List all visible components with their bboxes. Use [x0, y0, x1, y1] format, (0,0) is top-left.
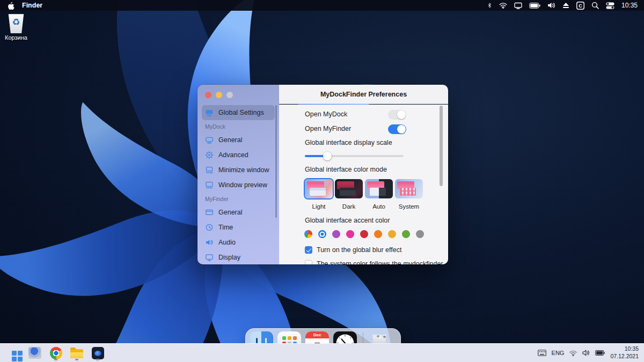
sidebar-item-mydock-general[interactable]: General [202, 132, 275, 147]
section-label: MyDock [205, 123, 225, 130]
thumb-window [310, 188, 326, 196]
minimize-button[interactable] [216, 92, 222, 98]
window-sidebar: Global Settings MyDock General Advanced … [197, 85, 279, 264]
sidebar-item-mydock-advanced[interactable]: Advanced [202, 147, 275, 162]
start-button[interactable] [6, 345, 21, 361]
slider-knob[interactable] [323, 152, 332, 160]
tray-volume-icon[interactable] [582, 350, 590, 356]
sidebar-item-myfinder-general[interactable]: General [202, 205, 275, 220]
accent-purple[interactable] [332, 230, 340, 238]
sidebar-item-time[interactable]: Time [202, 220, 275, 235]
recycle-symbol: ♻ [7, 17, 25, 28]
toggle-knob [397, 125, 406, 134]
taskbar-app-3d-icon[interactable] [27, 345, 42, 361]
windows-logo-icon [12, 351, 17, 356]
desktop-trash-icon[interactable]: ♻ Корзина [3, 13, 29, 41]
tray-wifi-icon[interactable] [569, 350, 577, 356]
taskbar-chrome-icon[interactable] [48, 345, 63, 361]
taskbar-clock[interactable]: 10:35 07.12.2021 [610, 345, 639, 360]
sidebar-item-global-settings[interactable]: Global Settings [202, 105, 275, 120]
window-titlebar[interactable]: MyDockFinder Preferences [279, 85, 448, 104]
light-label: Light [305, 203, 333, 210]
folder-icon [70, 349, 83, 358]
language-indicator[interactable]: ENG [552, 350, 565, 356]
sidebar-item-display[interactable]: Display [202, 250, 275, 264]
battery-icon[interactable] [529, 0, 540, 11]
sidebar-item-window-preview[interactable]: Window preview [202, 178, 275, 193]
color-mode-dark[interactable] [335, 179, 363, 198]
monitor-icon [205, 253, 214, 262]
open-myfinder-label: Open MyFinder [305, 125, 351, 132]
color-mode-labels: Light Dark Auto System [305, 203, 423, 210]
active-app-menu[interactable]: Finder [22, 2, 42, 9]
open-mydock-toggle[interactable] [388, 110, 406, 120]
sidebar-item-label: Time [218, 224, 233, 231]
preferences-content: Open MyDock Open MyFinder Global interfa… [279, 105, 448, 264]
sidebar-item-audio[interactable]: Audio [202, 235, 275, 250]
menubar-window-icon [205, 208, 214, 217]
display-icon[interactable] [514, 0, 522, 11]
sidebar-item-label: Global Settings [218, 109, 264, 116]
accent-yellow[interactable] [388, 230, 396, 238]
color-mode-system[interactable] [395, 179, 423, 198]
sidebar-item-label: General [218, 136, 242, 144]
taskbar-mydockfinder-icon[interactable] [90, 345, 105, 361]
calendar-month: Dec [305, 331, 329, 338]
zoom-button[interactable] [226, 92, 233, 98]
desktop-trash-label: Корзина [3, 34, 29, 41]
blur-effect-row: Turn on the global blur effect [305, 246, 401, 254]
open-mydock-label: Open MyDock [305, 110, 347, 118]
color-mode-light[interactable] [305, 179, 333, 198]
sidebar-section-mydock: MyDock [202, 120, 275, 132]
control-center-icon[interactable] [606, 0, 614, 11]
accent-red[interactable] [360, 230, 368, 238]
blur-effect-checkbox[interactable] [305, 246, 312, 254]
close-button[interactable] [205, 92, 211, 98]
traffic-lights [205, 92, 233, 98]
search-icon[interactable] [591, 0, 599, 11]
display-scale-label: Global interface display scale [305, 139, 392, 146]
accent-gray[interactable] [416, 230, 424, 238]
system-color-checkbox[interactable] [305, 260, 312, 264]
volume-icon[interactable] [547, 0, 555, 11]
dock-icon [205, 108, 214, 117]
thumb-window [340, 188, 356, 196]
accent-orange[interactable] [374, 230, 382, 238]
taskbar-tray: ENG 10:35 07.12.2021 [538, 344, 639, 362]
taskbar-explorer-icon[interactable] [69, 345, 84, 361]
blur-effect-label: Turn on the global blur effect [317, 246, 401, 254]
accent-multicolor[interactable] [304, 230, 312, 238]
color-mode-auto[interactable] [365, 179, 393, 198]
open-myfinder-toggle[interactable] [388, 124, 406, 134]
sidebar-scrollbar[interactable] [275, 105, 277, 218]
gear-icon [205, 151, 214, 160]
taskbar-time: 10:35 [610, 345, 639, 353]
svg-text:C: C [579, 3, 582, 8]
wifi-icon[interactable] [499, 0, 507, 11]
sidebar-list: Global Settings MyDock General Advanced … [202, 105, 275, 264]
keyboard-layout-icon[interactable]: C [576, 0, 584, 11]
sidebar-item-label: Advanced [218, 151, 248, 159]
sidebar-item-minimize-window[interactable]: Minimize window [202, 162, 275, 178]
sidebar-item-label: Minimize window [218, 166, 269, 174]
bluetooth-icon[interactable] [487, 0, 492, 11]
sidebar-item-label: Audio [218, 239, 236, 246]
dark-app-icon [92, 347, 104, 359]
accent-pink[interactable] [346, 230, 354, 238]
apple-menu[interactable] [8, 0, 14, 11]
sidebar-item-label: General [218, 209, 242, 216]
dark-label: Dark [335, 203, 363, 210]
menubar-clock[interactable]: 10:35 [621, 2, 638, 9]
display-scale-slider[interactable] [305, 155, 404, 157]
thumb-window [370, 188, 386, 196]
touch-keyboard-icon[interactable] [538, 350, 546, 356]
section-label: MyFinder [205, 196, 229, 202]
system-color-row: The system color follows the mydockfinde… [305, 260, 443, 264]
eject-icon[interactable] [562, 0, 569, 11]
accent-green[interactable] [402, 230, 410, 238]
content-scrollbar[interactable] [440, 106, 443, 186]
window-preview-icon [205, 181, 214, 190]
accent-blue-selected[interactable] [318, 230, 326, 238]
mydockfinder-preferences-window: Global Settings MyDock General Advanced … [197, 85, 448, 264]
tray-battery-icon[interactable] [595, 350, 605, 356]
